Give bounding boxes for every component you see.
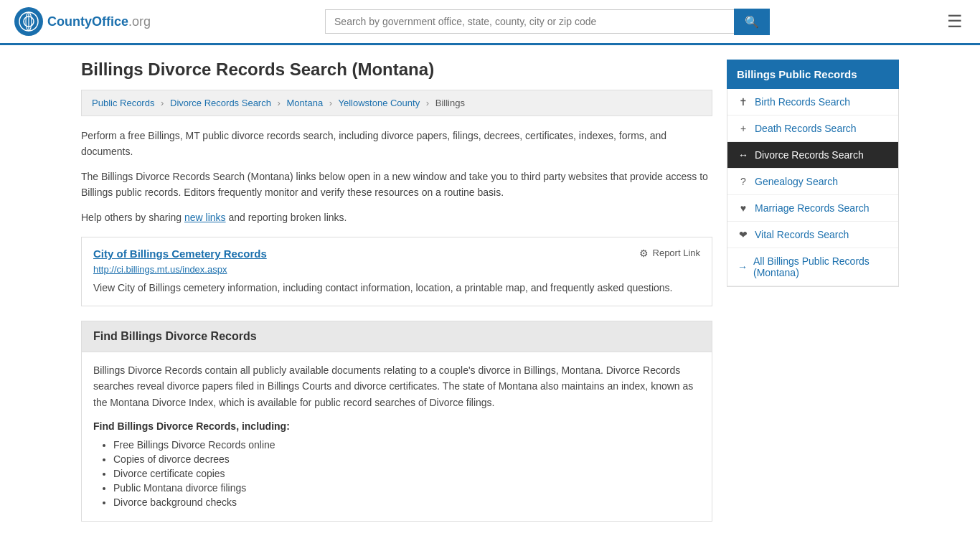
sidebar-item-divorce-records-search[interactable]: ↔Divorce Records Search bbox=[727, 142, 898, 169]
sidebar-item-label: Death Records Search bbox=[755, 123, 857, 134]
sidebar-item-vital-records-search[interactable]: ❤Vital Records Search bbox=[727, 222, 898, 248]
breadcrumb-public-records[interactable]: Public Records bbox=[92, 98, 154, 108]
report-link-button[interactable]: ⚙ Report Link bbox=[639, 248, 700, 259]
breadcrumb-sep-1: › bbox=[161, 98, 164, 108]
search-bar: 🔍 bbox=[325, 9, 770, 35]
sidebar-title: Billings Public Records bbox=[727, 60, 899, 89]
find-records-subtitle: Find Billings Divorce Records, including… bbox=[93, 420, 700, 432]
sidebar-item-birth-records-search[interactable]: ✝Birth Records Search bbox=[727, 89, 898, 116]
sidebar-item-label: Divorce Records Search bbox=[755, 149, 864, 161]
breadcrumb-montana[interactable]: Montana bbox=[287, 98, 324, 108]
sidebar-item-label: Marriage Records Search bbox=[755, 202, 870, 214]
breadcrumb-sep-3: › bbox=[329, 98, 332, 108]
sidebar-item-marriage-records-search[interactable]: ♥Marriage Records Search bbox=[727, 195, 898, 222]
list-item: Public Montana divorce filings bbox=[113, 482, 700, 494]
sidebar-icon: ↔ bbox=[738, 149, 749, 161]
report-icon: ⚙ bbox=[639, 248, 649, 259]
report-label: Report Link bbox=[653, 248, 700, 258]
breadcrumb-sep-4: › bbox=[426, 98, 429, 108]
search-icon: 🔍 bbox=[745, 16, 759, 28]
find-records-list: Free Billings Divorce Records onlineCopi… bbox=[93, 439, 700, 508]
sidebar: Billings Public Records ✝Birth Records S… bbox=[727, 60, 899, 522]
menu-button[interactable]: ☰ bbox=[944, 9, 966, 34]
main-container: Billings Divorce Records Search (Montana… bbox=[67, 45, 913, 536]
hamburger-icon: ☰ bbox=[947, 11, 963, 31]
page-title: Billings Divorce Records Search (Montana… bbox=[81, 60, 712, 80]
sidebar-icon: ❤ bbox=[738, 229, 749, 240]
resource-description: View City of Billings cemetery informati… bbox=[93, 281, 700, 296]
sidebar-all-records[interactable]: →All Billings Public Records (Montana) bbox=[727, 248, 898, 286]
content-area: Billings Divorce Records Search (Montana… bbox=[81, 60, 712, 522]
intro-para-3: Help others by sharing new links and rep… bbox=[81, 209, 712, 225]
logo-area: CountyOffice.org bbox=[14, 7, 151, 36]
all-records-label: All Billings Public Records (Montana) bbox=[753, 255, 888, 278]
intro-para-2: The Billings Divorce Records Search (Mon… bbox=[81, 169, 712, 201]
resource-url[interactable]: http://ci.billings.mt.us/index.aspx bbox=[93, 264, 700, 275]
breadcrumb-yellowstone[interactable]: Yellowstone County bbox=[338, 98, 420, 108]
find-records-section: Find Billings Divorce Records Billings D… bbox=[81, 321, 712, 522]
sidebar-item-label: Genealogy Search bbox=[755, 176, 838, 187]
all-records-icon: → bbox=[738, 261, 748, 273]
sidebar-item-label: Birth Records Search bbox=[755, 96, 850, 108]
list-item: Copies of divorce decrees bbox=[113, 453, 700, 465]
logo-text: CountyOffice.org bbox=[47, 14, 151, 29]
breadcrumb-divorce-records[interactable]: Divorce Records Search bbox=[170, 98, 271, 108]
list-item: Divorce background checks bbox=[113, 496, 700, 508]
breadcrumb-billings: Billings bbox=[435, 98, 465, 108]
sidebar-icon: + bbox=[738, 123, 749, 134]
resource-card: City of Billings Cemetery Records ⚙ Repo… bbox=[81, 237, 712, 306]
search-button[interactable]: 🔍 bbox=[734, 9, 770, 35]
list-item: Free Billings Divorce Records online bbox=[113, 439, 700, 451]
sidebar-item-death-records-search[interactable]: +Death Records Search bbox=[727, 116, 898, 142]
find-records-description: Billings Divorce Records contain all pub… bbox=[93, 362, 700, 410]
find-records-body: Billings Divorce Records contain all pub… bbox=[82, 352, 712, 521]
sidebar-icon: ✝ bbox=[738, 96, 749, 108]
search-input[interactable] bbox=[325, 9, 734, 34]
find-records-header: Find Billings Divorce Records bbox=[82, 321, 712, 352]
intro-para-1: Perform a free Billings, MT public divor… bbox=[81, 128, 712, 160]
resource-title-link[interactable]: City of Billings Cemetery Records bbox=[93, 248, 267, 260]
breadcrumb-sep-2: › bbox=[278, 98, 281, 108]
sidebar-icon: ? bbox=[738, 176, 749, 187]
list-item: Divorce certificate copies bbox=[113, 468, 700, 479]
sidebar-items: ✝Birth Records Search+Death Records Sear… bbox=[727, 89, 899, 287]
breadcrumb: Public Records › Divorce Records Search … bbox=[81, 90, 712, 116]
logo-icon bbox=[14, 7, 43, 36]
sidebar-item-genealogy-search[interactable]: ?Genealogy Search bbox=[727, 169, 898, 195]
header: CountyOffice.org 🔍 ☰ bbox=[0, 0, 980, 45]
sidebar-icon: ♥ bbox=[738, 202, 749, 214]
intro-para-3-before: Help others by sharing bbox=[81, 212, 184, 223]
new-links-link[interactable]: new links bbox=[184, 212, 226, 223]
intro-para-3-after: and reporting broken links. bbox=[226, 212, 347, 223]
sidebar-item-label: Vital Records Search bbox=[755, 229, 849, 240]
